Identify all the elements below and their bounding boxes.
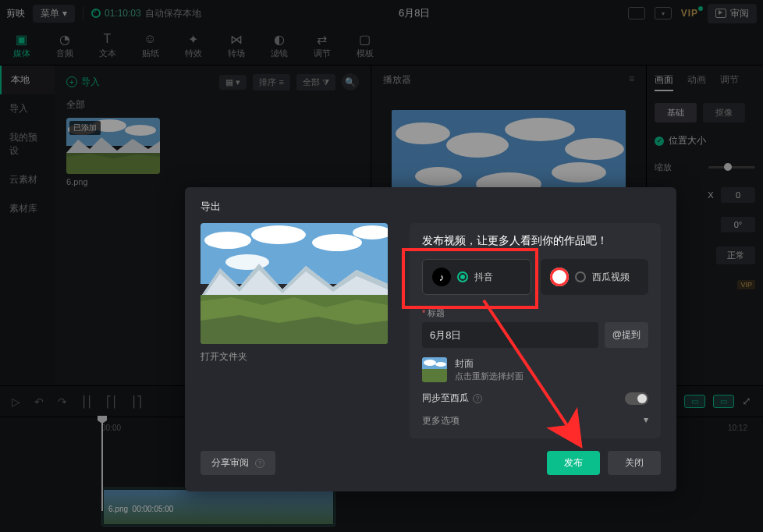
cover-text: 封面点击重新选择封面 (455, 357, 523, 382)
export-dialog: 导出 打开文件夹 发布视频，让更多人看到你的作品吧！ ♪ 抖音 西瓜视频 (185, 187, 676, 491)
svg-point-30 (435, 362, 446, 367)
svg-point-20 (312, 234, 362, 251)
chevron-down-icon: ▾ (644, 414, 648, 427)
svg-point-18 (204, 232, 251, 249)
svg-point-22 (225, 254, 269, 270)
douyin-icon: ♪ (432, 268, 451, 286)
sync-row: 同步至西瓜? (422, 392, 648, 405)
cover-thumb (422, 357, 447, 382)
cover-row[interactable]: 封面点击重新选择封面 (422, 357, 648, 382)
platform-selector: ♪ 抖音 西瓜视频 (422, 259, 648, 295)
svg-rect-31 (422, 369, 447, 382)
close-button[interactable]: 关闭 (608, 451, 661, 475)
sync-label: 同步至西瓜 (422, 392, 469, 405)
dialog-footer: 分享审阅? 发布 关闭 (201, 451, 661, 475)
xigua-icon (550, 268, 569, 286)
sync-toggle[interactable] (625, 392, 648, 405)
publish-button[interactable]: 发布 (547, 451, 600, 475)
title-label: 标题 (422, 307, 648, 319)
publish-headline: 发布视频，让更多人看到你的作品吧！ (422, 234, 648, 248)
platform-douyin[interactable]: ♪ 抖音 (422, 259, 531, 295)
platform-xigua[interactable]: 西瓜视频 (541, 259, 648, 295)
more-options[interactable]: 更多选项▾ (422, 414, 648, 427)
share-review-button[interactable]: 分享审阅? (201, 451, 275, 475)
preview-image (201, 223, 388, 344)
help-icon[interactable]: ? (255, 459, 264, 468)
mention-button[interactable]: @提到 (605, 322, 648, 348)
dialog-left: 打开文件夹 (201, 223, 388, 438)
title-input[interactable] (422, 322, 598, 348)
help-icon[interactable]: ? (473, 394, 482, 403)
radio-off-icon (575, 271, 586, 282)
radio-on-icon (457, 271, 468, 282)
svg-point-29 (424, 360, 436, 366)
export-preview (201, 223, 388, 344)
dialog-title: 导出 (201, 200, 661, 214)
open-folder-link[interactable]: 打开文件夹 (201, 350, 388, 364)
clip-label: 6.png 00:00:05:00 (108, 505, 173, 513)
dialog-right: 发布视频，让更多人看到你的作品吧！ ♪ 抖音 西瓜视频 标题 @提到 (410, 223, 661, 438)
svg-point-19 (251, 225, 306, 244)
